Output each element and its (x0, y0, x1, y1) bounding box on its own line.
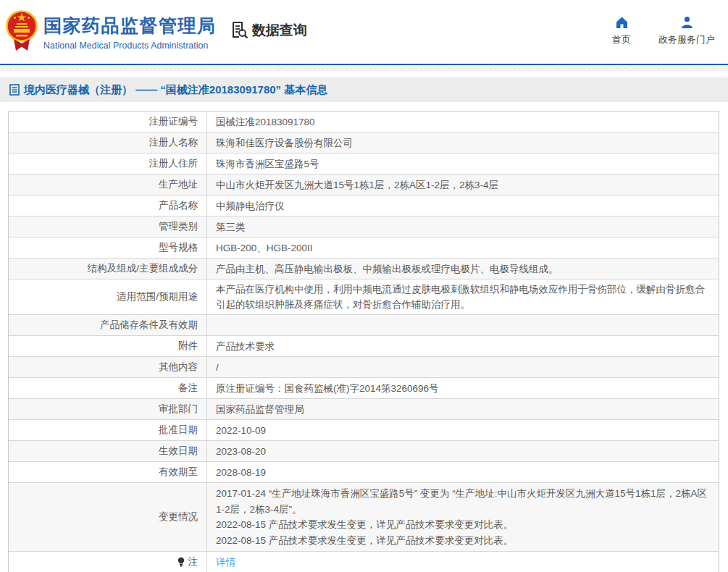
row-label: 注册证编号 (9, 112, 207, 132)
row-label: 注册人名称 (9, 133, 207, 153)
table-row: 产品名称 中频静电治疗仪 (9, 195, 719, 216)
row-label: 产品名称 (9, 195, 207, 216)
row-value: 第三类 (207, 216, 719, 237)
table-row: 批准日期 2022-10-09 (9, 420, 719, 441)
row-label: 变更情况 (9, 483, 207, 551)
row-value (207, 315, 719, 335)
site-title: 国家药品监督管理局 (43, 14, 217, 38)
header-hatch-strip (0, 65, 728, 71)
row-value: / (207, 357, 719, 377)
nav-gov-portal[interactable]: 政务服务门户 (658, 16, 715, 46)
table-row: 注册人住所 珠海市香洲区宝盛路5号 (9, 153, 719, 174)
table-row: 管理类别 第三类 (9, 216, 719, 237)
top-nav: 首页 政务服务门户 (612, 16, 715, 46)
row-value: 2028-08-19 (207, 462, 719, 482)
user-icon (680, 16, 694, 29)
detail-link[interactable]: 详情 (216, 555, 235, 570)
row-label: 注 (9, 552, 207, 572)
site-header: 国家药品监督管理局 National Medical Products Admi… (0, 0, 728, 65)
nav-home-label: 首页 (612, 33, 631, 46)
table-row: 型号规格 HGB-200、HGB-200II (9, 237, 719, 258)
table-row: 注册人名称 珠海和佳医疗设备股份有限公司 (9, 133, 719, 153)
row-value: 中频静电治疗仪 (207, 195, 719, 216)
table-row: 结构及组成/主要组成成分 产品由主机、高压静电输出极板、中频输出极板或理疗电极片… (9, 258, 719, 279)
row-value: 珠海和佳医疗设备股份有限公司 (207, 133, 719, 153)
row-label: 备注 (9, 378, 207, 398)
table-row: 生效日期 2023-08-20 (9, 441, 719, 462)
row-value: 2022-10-09 (207, 420, 719, 440)
data-query-label: 数据查询 (252, 21, 307, 40)
row-value: 本产品在医疗机构中使用，利用中频电流通过皮肤电极刺激软组织和静电场效应作用于骨伤… (207, 279, 719, 314)
bulb-icon (177, 557, 185, 567)
row-label: 结构及组成/主要组成成分 (9, 258, 207, 279)
nav-home[interactable]: 首页 (612, 16, 631, 46)
row-value: HGB-200、HGB-200II (207, 237, 719, 258)
row-label: 管理类别 (9, 216, 207, 237)
breadcrumb: 境内医疗器械（注册） —— “国械注准20183091780” 基本信息 (24, 83, 327, 97)
row-label: 生产地址 (9, 174, 207, 195)
change-line: 2022-08-15 产品技术要求发生变更，详见产品技术要求变更对比表。 (216, 533, 513, 549)
row-value: 中山市火炬开发区九洲大道15号1栋1层，2栋A区1-2层，2栋3-4层 (207, 174, 719, 195)
national-emblem-icon (6, 7, 38, 54)
row-label-text: 注 (188, 555, 198, 569)
site-subtitle-en: National Medical Products Administration (43, 41, 217, 51)
row-label: 注册人住所 (9, 153, 207, 174)
row-value: 国械注准20183091780 (207, 112, 719, 132)
table-row: 生产地址 中山市火炬开发区九洲大道15号1栋1层，2栋A区1-2层，2栋3-4层 (9, 174, 719, 195)
row-label: 型号规格 (9, 237, 207, 258)
table-row: 附件 产品技术要求 (9, 336, 719, 357)
change-line: 2022-08-15 产品技术要求发生变更，详见产品技术要求变更对比表。 (216, 517, 513, 533)
row-label: 其他内容 (9, 357, 207, 377)
table-row: 备注 原注册证编号：国食药监械(准)字2014第3260696号 (9, 378, 719, 399)
data-query-tab[interactable]: 数据查询 (230, 21, 307, 40)
row-label: 适用范围/预期用途 (9, 279, 207, 314)
row-label: 附件 (9, 336, 207, 356)
row-value: 产品技术要求 (207, 336, 719, 356)
row-value: 原注册证编号：国食药监械(准)字2014第3260696号 (207, 378, 719, 398)
document-icon (9, 84, 20, 96)
table-row: 适用范围/预期用途 本产品在医疗机构中使用，利用中频电流通过皮肤电极刺激软组织和… (9, 279, 719, 315)
row-value: 产品由主机、高压静电输出极板、中频输出极板或理疗电极片、电极导线组成。 (207, 258, 719, 279)
table-row: 产品储存条件及有效期 (9, 315, 719, 336)
row-label: 审批部门 (9, 399, 207, 419)
row-label: 批准日期 (9, 420, 207, 440)
row-value: 2023-08-20 (207, 441, 719, 461)
nav-gov-portal-label: 政务服务门户 (658, 33, 715, 46)
table-row-note: 注 详情 (9, 552, 719, 572)
breadcrumb-bar: 境内医疗器械（注册） —— “国械注准20183091780” 基本信息 (0, 77, 728, 102)
row-value: 珠海市香洲区宝盛路5号 (207, 153, 719, 174)
data-query-icon (230, 21, 248, 40)
row-value: 国家药品监督管理局 (207, 399, 719, 419)
row-label: 有效期至 (9, 462, 207, 482)
table-row: 其他内容 / (9, 357, 719, 378)
table-row: 注册证编号 国械注准20183091780 (9, 112, 719, 133)
table-row-change-history: 变更情况 2017-01-24 “生产地址珠海市香洲区宝盛路5号” 变更为 “生… (9, 483, 719, 552)
table-row: 审批部门 国家药品监督管理局 (9, 399, 719, 420)
registration-info-table: 注册证编号 国械注准20183091780 注册人名称 珠海和佳医疗设备股份有限… (8, 111, 719, 572)
row-label: 产品储存条件及有效期 (9, 315, 207, 335)
row-label: 生效日期 (9, 441, 207, 461)
home-icon (615, 16, 629, 29)
logo-titles: 国家药品监督管理局 National Medical Products Admi… (43, 7, 217, 51)
change-line: 2017-01-24 “生产地址珠海市香洲区宝盛路5号” 变更为 “生产地址:中… (216, 486, 710, 517)
site-logo[interactable]: 国家药品监督管理局 National Medical Products Admi… (6, 7, 217, 54)
table-row: 有效期至 2028-08-19 (9, 462, 719, 483)
row-value: 详情 (207, 552, 719, 572)
row-value: 2017-01-24 “生产地址珠海市香洲区宝盛路5号” 变更为 “生产地址:中… (207, 483, 719, 551)
